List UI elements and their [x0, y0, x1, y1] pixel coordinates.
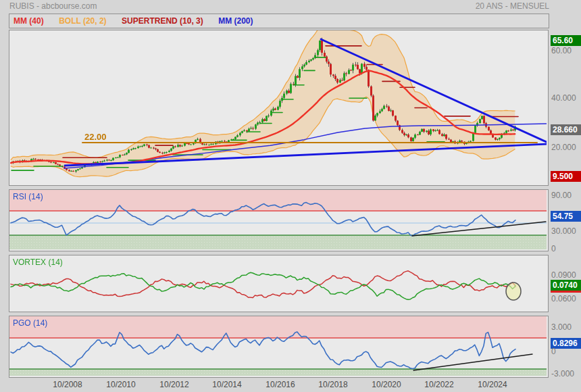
rsi-panel — [9, 189, 549, 251]
vortex-title: VORTEX (14) — [13, 258, 63, 267]
x-axis-tick: 10/2014 — [206, 380, 248, 389]
vortex-tick-009: 0.0900 — [551, 270, 576, 280]
main-price-panel — [9, 30, 549, 186]
vortex-tick-006: 0.0600 — [551, 294, 576, 303]
pgo-tick-3: 3.000 — [551, 322, 572, 332]
price-tick-40: 40.000 — [551, 93, 576, 103]
vortex-value-badge: 0.0740 — [551, 280, 581, 291]
pgo-tick-m3: -3.000 — [551, 369, 574, 378]
legend-mm40: MM (40) — [14, 14, 44, 28]
pgo-chart-canvas — [9, 316, 547, 376]
x-axis-tick: 10/2024 — [472, 380, 513, 389]
rsi-value-badge: 54.75 — [551, 211, 581, 222]
x-axis-tick: 10/2018 — [312, 380, 354, 389]
timeframe-label: 20 ANS - MENSUEL — [476, 1, 549, 11]
x-axis-tick: 10/2012 — [153, 380, 195, 389]
x-axis-tick: 10/2016 — [259, 380, 301, 389]
indicator-legend: MM (40) BOLL (20, 2) SUPERTREND (10, 3) … — [9, 14, 549, 28]
rsi-title: RSI (14) — [13, 192, 43, 201]
lowest-low-badge: 9.500 — [551, 171, 581, 182]
highest-high-badge: 65.60 — [551, 35, 581, 46]
rsi-tick-0: 0 — [551, 244, 556, 253]
vortex-chart-canvas — [9, 255, 547, 310]
price-tick-20: 20.000 — [551, 143, 576, 152]
main-price-chart-canvas — [9, 30, 547, 184]
legend-boll: BOLL (20, 2) — [59, 14, 106, 28]
rsi-tick-30: 30.000 — [551, 226, 576, 236]
pgo-title: PGO (14) — [13, 318, 47, 328]
stock-chart-page: RUBIS - abcbourse.com 20 ANS - MENSUEL M… — [0, 0, 581, 392]
rsi-chart-canvas — [9, 190, 547, 249]
legend-supertrend: SUPERTREND (10, 3) — [122, 14, 203, 28]
rsi-tick-90: 90.00 — [551, 191, 572, 200]
vortex-minus-level-bar — [551, 291, 581, 293]
page-title: RUBIS - abcbourse.com — [9, 1, 97, 11]
pgo-panel — [9, 316, 549, 378]
pgo-tick-0: 0 — [551, 347, 556, 356]
last-price-badge: 28.660 — [551, 124, 581, 135]
x-axis-tick: 10/2020 — [365, 380, 407, 389]
price-tick-60: 60.00 — [551, 46, 572, 55]
legend-mm200: MM (200) — [218, 14, 253, 28]
x-axis-tick: 10/2010 — [100, 380, 142, 389]
vortex-panel — [9, 255, 549, 312]
x-axis-tick: 10/2022 — [418, 380, 460, 389]
x-axis-tick: 10/2008 — [47, 380, 89, 389]
